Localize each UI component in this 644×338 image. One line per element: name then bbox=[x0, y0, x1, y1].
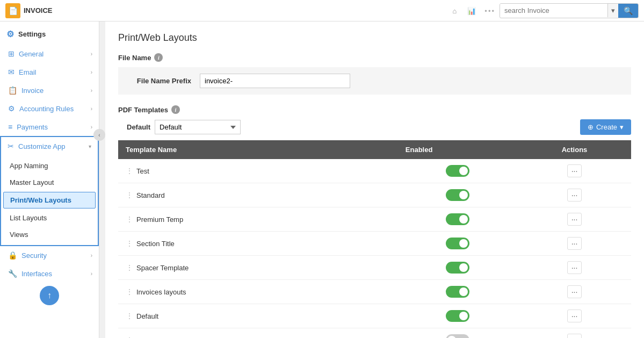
enabled-toggle[interactable] bbox=[446, 165, 469, 177]
file-name-info-icon: i bbox=[154, 53, 163, 62]
sidebar: ⚙ Settings ⊞ General › ✉ Email › 📋 Invoi… bbox=[0, 21, 99, 338]
sidebar-item-label-accounting-rules: Accounting Rules bbox=[19, 105, 91, 113]
drag-handle-icon[interactable]: ⋮ bbox=[126, 191, 133, 199]
template-name-cell: ⋮Default Retainer Invoice bbox=[118, 328, 398, 339]
row-action-button[interactable]: ··· bbox=[567, 334, 582, 338]
template-name-cell: ⋮Default bbox=[118, 304, 398, 328]
sidebar-item-general[interactable]: ⊞ General › bbox=[0, 45, 99, 63]
chevron-right-icon: › bbox=[91, 124, 92, 130]
scroll-up-button[interactable]: ↑ bbox=[40, 286, 59, 305]
actions-cell: ··· bbox=[518, 280, 631, 304]
sub-item-list-layouts[interactable]: List Layouts bbox=[1, 210, 98, 226]
row-action-button[interactable]: ··· bbox=[567, 164, 582, 177]
search-dropdown-button[interactable]: ▾ bbox=[607, 4, 618, 17]
sub-item-app-naming[interactable]: App Naming bbox=[1, 157, 98, 174]
table-row: ⋮Section Title··· bbox=[118, 232, 631, 256]
drag-handle-icon[interactable]: ⋮ bbox=[126, 167, 133, 175]
chevron-right-icon: › bbox=[91, 253, 92, 258]
accounting-rules-top: ⚙ Accounting Rules › bbox=[8, 104, 92, 113]
row-action-button[interactable]: ··· bbox=[567, 213, 582, 226]
drag-handle-icon[interactable]: ⋮ bbox=[126, 336, 133, 338]
create-button[interactable]: ⊕ Create ▾ bbox=[580, 119, 631, 135]
col-actions: Actions bbox=[518, 140, 631, 159]
toggle-slider bbox=[446, 334, 469, 338]
sidebar-collapse-button[interactable]: ‹ bbox=[93, 129, 105, 141]
enabled-toggle[interactable] bbox=[446, 238, 469, 249]
drag-handle-icon[interactable]: ⋮ bbox=[126, 287, 133, 296]
toggle-slider bbox=[446, 286, 469, 298]
row-action-button[interactable]: ··· bbox=[567, 310, 582, 322]
page-title: Print/Web Layouts bbox=[118, 32, 631, 44]
drag-handle-icon[interactable]: ⋮ bbox=[126, 263, 133, 272]
col-enabled: Enabled bbox=[398, 140, 518, 159]
enabled-toggle[interactable] bbox=[446, 286, 469, 298]
enabled-cell bbox=[398, 304, 518, 328]
actions-cell: ··· bbox=[518, 159, 631, 183]
enabled-toggle[interactable] bbox=[446, 213, 469, 225]
enabled-cell bbox=[398, 159, 518, 183]
sidebar-item-security[interactable]: 🔒 Security › bbox=[0, 246, 99, 264]
enabled-toggle[interactable] bbox=[446, 189, 469, 201]
search-submit-button[interactable]: 🔍 bbox=[618, 4, 638, 18]
chevron-right-icon: › bbox=[91, 271, 92, 277]
main-layout: ⚙ Settings ⊞ General › ✉ Email › 📋 Invoi… bbox=[0, 21, 644, 338]
template-name-cell: ⋮Spacer Template bbox=[118, 256, 398, 280]
file-name-title-text: File Name bbox=[118, 54, 151, 62]
drag-handle-icon[interactable]: ⋮ bbox=[126, 239, 133, 248]
row-action-button[interactable]: ··· bbox=[567, 237, 582, 250]
sub-item-views[interactable]: Views bbox=[1, 226, 98, 243]
sidebar-item-interfaces[interactable]: 🔧 Interfaces › bbox=[0, 264, 99, 283]
customize-section: ✂ Customize App ▾ App Naming Master Layo… bbox=[0, 136, 99, 246]
sidebar-item-accounting-rules[interactable]: ⚙ Accounting Rules › bbox=[0, 99, 99, 118]
template-name-cell: ⋮Section Title bbox=[118, 232, 398, 256]
drag-handle-icon[interactable]: ⋮ bbox=[126, 312, 133, 320]
enabled-toggle[interactable] bbox=[446, 310, 469, 322]
app-name: INVOICE bbox=[24, 6, 52, 15]
enabled-toggle[interactable] bbox=[446, 262, 469, 274]
toggle-slider bbox=[446, 238, 469, 249]
default-template-select[interactable]: Default Test Standard Premium Temp bbox=[155, 120, 241, 134]
template-name-cell: ⋮Standard bbox=[118, 183, 398, 207]
more-icon: ••• bbox=[484, 7, 495, 15]
actions-cell: ··· bbox=[518, 207, 631, 232]
row-action-button[interactable]: ··· bbox=[567, 261, 582, 274]
sidebar-item-label-email: Email bbox=[19, 68, 91, 76]
actions-cell: ··· bbox=[518, 256, 631, 280]
toggle-slider bbox=[446, 213, 469, 225]
table-header-row: Template Name Enabled Actions bbox=[118, 140, 631, 159]
home-icon: ⌂ bbox=[452, 7, 457, 15]
enabled-toggle[interactable] bbox=[446, 334, 469, 338]
chevron-right-icon: › bbox=[91, 106, 92, 112]
chart-button[interactable]: 📊 bbox=[465, 4, 478, 18]
settings-header: ⚙ Settings bbox=[0, 21, 99, 45]
row-action-button[interactable]: ··· bbox=[567, 189, 582, 202]
chevron-down-icon: ▾ bbox=[89, 143, 91, 149]
accounting-rules-icon: ⚙ bbox=[8, 104, 15, 113]
sidebar-item-email[interactable]: ✉ Email › bbox=[0, 63, 99, 81]
row-action-button[interactable]: ··· bbox=[567, 285, 582, 298]
template-name-cell: ⋮Test bbox=[118, 159, 398, 183]
table-row: ⋮Default··· bbox=[118, 304, 631, 328]
pdf-section: PDF Templates i Default Default Test Sta… bbox=[118, 105, 631, 338]
more-button[interactable]: ••• bbox=[484, 5, 495, 16]
pdf-section-title: PDF Templates i bbox=[118, 105, 631, 114]
default-select-label: Default bbox=[127, 123, 150, 131]
sidebar-item-payments[interactable]: ≡ Payments › bbox=[0, 118, 99, 136]
home-button[interactable]: ⌂ bbox=[450, 4, 459, 18]
scroll-up-area: ↑ bbox=[0, 283, 99, 308]
file-name-prefix-label: File Name Prefix bbox=[127, 77, 191, 85]
sub-item-master-layout[interactable]: Master Layout bbox=[1, 174, 98, 191]
plus-icon: ⊕ bbox=[588, 123, 594, 131]
table-row: ⋮Default Retainer Invoice··· bbox=[118, 328, 631, 339]
sidebar-item-label-interfaces: Interfaces bbox=[21, 270, 91, 278]
pdf-title-text: PDF Templates bbox=[118, 106, 168, 114]
file-name-prefix-input[interactable] bbox=[200, 74, 350, 88]
table-row: ⋮Standard··· bbox=[118, 183, 631, 207]
sidebar-item-invoice[interactable]: 📋 Invoice › bbox=[0, 81, 99, 99]
sub-item-print-web-layouts[interactable]: Print/Web Layouts bbox=[3, 192, 96, 208]
drag-handle-icon[interactable]: ⋮ bbox=[126, 215, 133, 224]
settings-title: Settings bbox=[18, 30, 46, 38]
search-input[interactable] bbox=[500, 4, 607, 17]
customize-app-label: Customize App bbox=[18, 142, 89, 150]
customize-app-header[interactable]: ✂ Customize App ▾ bbox=[1, 137, 98, 155]
